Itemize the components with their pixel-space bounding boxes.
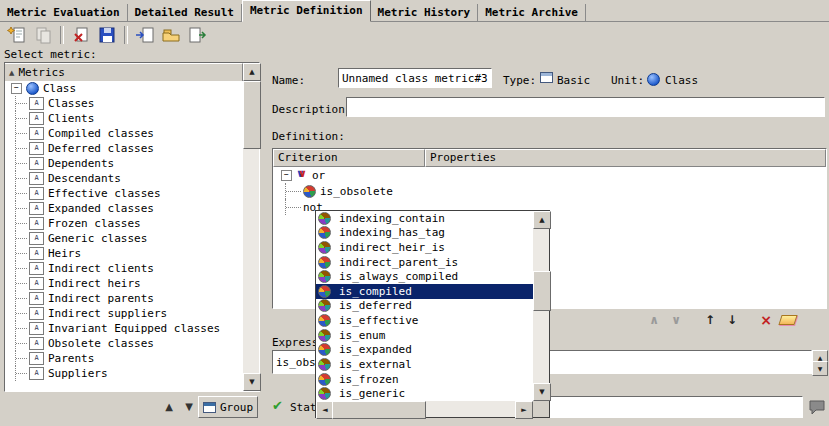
dropdown-item-is-generic[interactable]: is_generic	[316, 386, 533, 401]
tree-item-deferred-classes[interactable]: ADeferred classes	[5, 141, 243, 156]
scroll-up-icon[interactable]: ▲	[243, 63, 261, 81]
criterion-row-is-obsolete[interactable]: is_obsolete	[273, 183, 826, 199]
tree-item-frozen-classes[interactable]: AFrozen classes	[5, 216, 243, 231]
tree-item-invariant-equipped-classes[interactable]: AInvariant Equipped classes	[5, 321, 243, 336]
tree-item-expanded-classes[interactable]: AExpanded classes	[5, 201, 243, 216]
move-metric-up-button[interactable]: ▲	[160, 398, 178, 414]
criterion-icon	[318, 285, 331, 298]
dropdown-item-label: is_generic	[339, 387, 405, 400]
dropdown-item-is-expanded[interactable]: is_expanded	[316, 343, 533, 358]
save-metric-button[interactable]	[94, 24, 120, 46]
tree-item-class[interactable]: −Class	[5, 81, 243, 96]
tree-item-dependents[interactable]: ADependents	[5, 156, 243, 171]
tree-item-effective-classes[interactable]: AEffective classes	[5, 186, 243, 201]
tab-detailed-result[interactable]: Detailed Result	[128, 4, 242, 21]
scroll-right-icon[interactable]: ►	[515, 401, 533, 419]
open-metrics-folder-button[interactable]	[158, 24, 184, 46]
dropdown-item-is-external[interactable]: is_external	[316, 357, 533, 372]
tree-item-label: Obsolete classes	[48, 337, 154, 350]
tree-scrollbar-thumb[interactable]	[243, 81, 261, 149]
dropdown-item-is-compiled[interactable]: is_compiled	[316, 284, 533, 299]
new-metric-button[interactable]	[4, 24, 30, 46]
group-window-icon	[203, 402, 216, 413]
tree-item-classes[interactable]: AClasses	[5, 96, 243, 111]
tree-item-label: Indirect suppliers	[48, 307, 167, 320]
toolbar-separator	[124, 26, 128, 44]
and-operator-button[interactable]: ∧	[643, 310, 665, 330]
dropdown-item-indexing-contain[interactable]: indexing_contain	[316, 211, 533, 226]
tab-metric-evaluation[interactable]: Metric Evaluation	[0, 4, 128, 21]
tree-item-label: Suppliers	[48, 367, 108, 380]
scroll-down-icon[interactable]: ▼	[243, 373, 261, 391]
move-metric-down-button[interactable]: ▼	[180, 398, 198, 414]
export-metrics-button[interactable]	[184, 24, 210, 46]
delete-criterion-button[interactable]: ×	[755, 310, 777, 330]
delete-metric-button[interactable]	[68, 24, 94, 46]
name-input[interactable]	[338, 68, 492, 88]
dropdown-vertical-scrollbar[interactable]: ▲ ▼	[533, 211, 549, 401]
metric-icon: A	[29, 277, 44, 290]
tree-item-label: Dependents	[48, 157, 114, 170]
dropdown-item-is-always-compiled[interactable]: is_always_compiled	[316, 269, 533, 284]
type-value: Basic	[557, 74, 590, 87]
status-field[interactable]	[549, 396, 803, 418]
scroll-up-icon[interactable]: ▲	[533, 211, 551, 229]
class-unit-icon	[26, 82, 39, 95]
dropdown-scrollbar-thumb[interactable]	[533, 271, 551, 311]
comment-bubble-button[interactable]	[807, 397, 826, 417]
dropdown-item-indirect-parent-is[interactable]: indirect_parent_is	[316, 255, 533, 270]
criterion-column-header[interactable]: Criterion	[273, 149, 425, 167]
tree-connector	[11, 126, 29, 141]
import-metrics-button[interactable]	[132, 24, 158, 46]
description-input[interactable]	[346, 97, 825, 117]
scrollbar-corner	[533, 401, 549, 417]
dropdown-item-is-deferred[interactable]: is_deferred	[316, 299, 533, 314]
dropdown-item-indexing-has-tag[interactable]: indexing_has_tag	[316, 226, 533, 241]
tab-bar: Metric EvaluationDetailed ResultMetric D…	[0, 0, 829, 22]
properties-column-header[interactable]: Properties	[425, 149, 826, 167]
copy-metric-button[interactable]	[30, 24, 56, 46]
tree-scrollbar[interactable]: ▲ ▼	[243, 63, 259, 391]
tree-item-indirect-parents[interactable]: AIndirect parents	[5, 291, 243, 306]
metric-icon: A	[29, 262, 44, 275]
tree-item-clients[interactable]: AClients	[5, 111, 243, 126]
group-button[interactable]: Group	[198, 396, 258, 418]
dropdown-item-is-effective[interactable]: is_effective	[316, 313, 533, 328]
tree-item-parents[interactable]: AParents	[5, 351, 243, 366]
tab-metric-definition[interactable]: Metric Definition	[242, 0, 371, 22]
tab-metric-archive[interactable]: Metric Archive	[478, 4, 586, 21]
erase-criterion-button[interactable]	[777, 310, 799, 330]
tree-item-obsolete-classes[interactable]: AObsolete classes	[5, 336, 243, 351]
tree-item-label: Parents	[48, 352, 94, 365]
export-metrics-icon	[187, 26, 207, 44]
metric-icon: A	[29, 127, 44, 140]
tree-item-suppliers[interactable]: ASuppliers	[5, 366, 243, 381]
dropdown-item-indirect-heir-is[interactable]: indirect_heir_is	[316, 240, 533, 255]
move-criterion-down-button[interactable]: ↓	[721, 310, 743, 330]
valid-check-icon: ✔	[272, 398, 283, 413]
criterion-row-or[interactable]: −∨∨or	[273, 167, 826, 183]
criterion-icon	[318, 329, 331, 342]
tree-item-descendants[interactable]: ADescendants	[5, 171, 243, 186]
tree-connector	[11, 231, 29, 246]
scroll-down-icon[interactable]: ▼	[533, 383, 551, 401]
criterion-collapse-icon[interactable]: −	[281, 170, 292, 181]
tab-metric-history[interactable]: Metric History	[371, 4, 479, 21]
tree-header-label: Metrics	[18, 66, 64, 79]
tree-item-compiled-classes[interactable]: ACompiled classes	[5, 126, 243, 141]
tree-item-heirs[interactable]: AHeirs	[5, 246, 243, 261]
scroll-down-icon[interactable]: ▼	[812, 361, 828, 376]
tree-item-indirect-clients[interactable]: AIndirect clients	[5, 261, 243, 276]
group-button-label: Group	[220, 401, 253, 414]
move-criterion-up-button[interactable]: ↑	[699, 310, 721, 330]
dropdown-item-is-frozen[interactable]: is_frozen	[316, 372, 533, 387]
tree-collapse-icon[interactable]: −	[11, 83, 22, 94]
tree-item-indirect-heirs[interactable]: AIndirect heirs	[5, 276, 243, 291]
or-operator-button[interactable]: ∨	[665, 310, 687, 330]
tree-item-generic-classes[interactable]: AGeneric classes	[5, 231, 243, 246]
tree-item-indirect-suppliers[interactable]: AIndirect suppliers	[5, 306, 243, 321]
dropdown-hscrollbar-thumb[interactable]	[332, 401, 426, 419]
dropdown-item-is-enum[interactable]: is_enum	[316, 328, 533, 343]
metric-tree-header[interactable]: ▲ Metrics	[5, 63, 243, 82]
dropdown-horizontal-scrollbar[interactable]: ◄ ►	[316, 401, 533, 417]
